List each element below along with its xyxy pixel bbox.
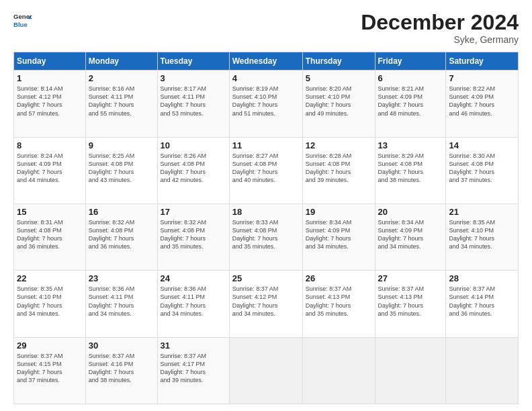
day-number: 26 xyxy=(306,273,372,283)
day-info: Sunrise: 8:36 AMSunset: 4:11 PMDaylight:… xyxy=(89,285,135,316)
day-header-saturday: Saturday xyxy=(446,52,519,71)
day-info: Sunrise: 8:14 AMSunset: 4:12 PMDaylight:… xyxy=(17,85,63,116)
logo-icon: General Blue xyxy=(13,11,32,30)
day-cell-15: 15Sunrise: 8:31 AMSunset: 4:08 PMDayligh… xyxy=(14,203,86,270)
empty-cell xyxy=(229,337,302,404)
day-cell-26: 26Sunrise: 8:37 AMSunset: 4:13 PMDayligh… xyxy=(302,271,375,337)
day-info: Sunrise: 8:29 AMSunset: 4:08 PMDaylight:… xyxy=(378,152,425,183)
day-cell-19: 19Sunrise: 8:34 AMSunset: 4:09 PMDayligh… xyxy=(302,203,375,270)
day-info: Sunrise: 8:20 AMSunset: 4:10 PMDaylight:… xyxy=(306,85,352,116)
day-number: 2 xyxy=(89,73,154,83)
day-header-wednesday: Wednesday xyxy=(229,52,302,71)
day-cell-25: 25Sunrise: 8:37 AMSunset: 4:12 PMDayligh… xyxy=(229,271,302,337)
day-info: Sunrise: 8:36 AMSunset: 4:11 PMDaylight:… xyxy=(161,285,207,316)
day-number: 31 xyxy=(161,340,226,351)
day-cell-7: 7Sunrise: 8:22 AMSunset: 4:09 PMDaylight… xyxy=(446,71,519,137)
calendar-page: General Blue December 2024 Syke, Germany… xyxy=(0,0,532,411)
day-info: Sunrise: 8:22 AMSunset: 4:09 PMDaylight:… xyxy=(449,85,495,116)
day-cell-28: 28Sunrise: 8:37 AMSunset: 4:14 PMDayligh… xyxy=(446,271,519,337)
day-info: Sunrise: 8:24 AMSunset: 4:09 PMDaylight:… xyxy=(17,152,63,183)
day-cell-8: 8Sunrise: 8:24 AMSunset: 4:09 PMDaylight… xyxy=(14,137,86,203)
empty-cell xyxy=(302,337,375,404)
day-info: Sunrise: 8:37 AMSunset: 4:14 PMDaylight:… xyxy=(449,285,495,316)
empty-cell xyxy=(375,337,446,404)
day-cell-4: 4Sunrise: 8:19 AMSunset: 4:10 PMDaylight… xyxy=(229,71,302,137)
day-info: Sunrise: 8:35 AMSunset: 4:10 PMDaylight:… xyxy=(17,285,63,316)
day-number: 25 xyxy=(232,273,300,283)
day-info: Sunrise: 8:35 AMSunset: 4:10 PMDaylight:… xyxy=(449,219,495,250)
day-info: Sunrise: 8:21 AMSunset: 4:09 PMDaylight:… xyxy=(378,85,425,116)
calendar-week-5: 29Sunrise: 8:37 AMSunset: 4:15 PMDayligh… xyxy=(14,337,519,404)
day-info: Sunrise: 8:37 AMSunset: 4:16 PMDaylight:… xyxy=(89,353,135,383)
day-number: 16 xyxy=(89,207,154,217)
day-info: Sunrise: 8:34 AMSunset: 4:09 PMDaylight:… xyxy=(378,219,425,250)
day-info: Sunrise: 8:37 AMSunset: 4:17 PMDaylight:… xyxy=(161,353,207,383)
day-info: Sunrise: 8:28 AMSunset: 4:08 PMDaylight:… xyxy=(306,152,352,183)
svg-text:Blue: Blue xyxy=(13,21,28,28)
day-cell-5: 5Sunrise: 8:20 AMSunset: 4:10 PMDaylight… xyxy=(302,71,375,137)
day-info: Sunrise: 8:16 AMSunset: 4:11 PMDaylight:… xyxy=(89,85,135,116)
day-number: 4 xyxy=(232,73,300,83)
day-cell-12: 12Sunrise: 8:28 AMSunset: 4:08 PMDayligh… xyxy=(302,137,375,203)
day-cell-16: 16Sunrise: 8:32 AMSunset: 4:08 PMDayligh… xyxy=(85,203,157,270)
day-header-friday: Friday xyxy=(375,52,446,71)
day-cell-10: 10Sunrise: 8:26 AMSunset: 4:08 PMDayligh… xyxy=(157,137,229,203)
day-cell-30: 30Sunrise: 8:37 AMSunset: 4:16 PMDayligh… xyxy=(85,337,157,404)
day-number: 17 xyxy=(161,207,226,217)
day-info: Sunrise: 8:31 AMSunset: 4:08 PMDaylight:… xyxy=(17,219,63,250)
day-info: Sunrise: 8:33 AMSunset: 4:08 PMDaylight:… xyxy=(232,219,279,250)
title-block: December 2024 Syke, Germany xyxy=(361,11,519,45)
day-cell-17: 17Sunrise: 8:32 AMSunset: 4:08 PMDayligh… xyxy=(157,203,229,270)
day-number: 11 xyxy=(232,140,300,150)
day-header-monday: Monday xyxy=(85,52,157,71)
day-info: Sunrise: 8:27 AMSunset: 4:08 PMDaylight:… xyxy=(232,152,279,183)
day-cell-9: 9Sunrise: 8:25 AMSunset: 4:08 PMDaylight… xyxy=(85,137,157,203)
day-info: Sunrise: 8:25 AMSunset: 4:08 PMDaylight:… xyxy=(89,152,135,183)
day-info: Sunrise: 8:17 AMSunset: 4:11 PMDaylight:… xyxy=(161,85,207,116)
day-number: 6 xyxy=(378,73,443,83)
day-number: 5 xyxy=(306,73,372,83)
day-number: 28 xyxy=(449,273,515,283)
day-header-sunday: Sunday xyxy=(14,52,86,71)
day-info: Sunrise: 8:37 AMSunset: 4:13 PMDaylight:… xyxy=(378,285,425,316)
day-info: Sunrise: 8:32 AMSunset: 4:08 PMDaylight:… xyxy=(161,219,207,250)
day-number: 12 xyxy=(306,140,372,150)
day-number: 13 xyxy=(378,140,443,150)
day-cell-31: 31Sunrise: 8:37 AMSunset: 4:17 PMDayligh… xyxy=(157,337,229,404)
day-info: Sunrise: 8:37 AMSunset: 4:15 PMDaylight:… xyxy=(17,353,63,383)
day-number: 3 xyxy=(161,73,226,83)
day-cell-14: 14Sunrise: 8:30 AMSunset: 4:08 PMDayligh… xyxy=(446,137,519,203)
day-cell-24: 24Sunrise: 8:36 AMSunset: 4:11 PMDayligh… xyxy=(157,271,229,337)
day-cell-27: 27Sunrise: 8:37 AMSunset: 4:13 PMDayligh… xyxy=(375,271,446,337)
day-number: 22 xyxy=(17,273,83,283)
day-cell-6: 6Sunrise: 8:21 AMSunset: 4:09 PMDaylight… xyxy=(375,71,446,137)
day-number: 21 xyxy=(449,207,515,217)
day-number: 30 xyxy=(89,340,154,351)
day-cell-23: 23Sunrise: 8:36 AMSunset: 4:11 PMDayligh… xyxy=(85,271,157,337)
day-number: 10 xyxy=(161,140,226,150)
day-header-thursday: Thursday xyxy=(302,52,375,71)
day-cell-20: 20Sunrise: 8:34 AMSunset: 4:09 PMDayligh… xyxy=(375,203,446,270)
day-cell-13: 13Sunrise: 8:29 AMSunset: 4:08 PMDayligh… xyxy=(375,137,446,203)
day-info: Sunrise: 8:26 AMSunset: 4:08 PMDaylight:… xyxy=(161,152,207,183)
logo: General Blue xyxy=(13,11,32,30)
day-cell-29: 29Sunrise: 8:37 AMSunset: 4:15 PMDayligh… xyxy=(14,337,86,404)
calendar-week-1: 1Sunrise: 8:14 AMSunset: 4:12 PMDaylight… xyxy=(14,71,519,137)
day-number: 9 xyxy=(89,140,154,150)
day-info: Sunrise: 8:37 AMSunset: 4:13 PMDaylight:… xyxy=(306,285,352,316)
day-number: 27 xyxy=(378,273,443,283)
day-number: 24 xyxy=(161,273,226,283)
day-number: 18 xyxy=(232,207,300,217)
month-title: December 2024 xyxy=(361,11,519,34)
day-info: Sunrise: 8:30 AMSunset: 4:08 PMDaylight:… xyxy=(449,152,495,183)
day-number: 20 xyxy=(378,207,443,217)
calendar-week-3: 15Sunrise: 8:31 AMSunset: 4:08 PMDayligh… xyxy=(14,203,519,270)
empty-cell xyxy=(446,337,519,404)
header: General Blue December 2024 Syke, Germany xyxy=(13,11,519,45)
day-cell-3: 3Sunrise: 8:17 AMSunset: 4:11 PMDaylight… xyxy=(157,71,229,137)
day-number: 23 xyxy=(89,273,154,283)
day-number: 1 xyxy=(17,73,83,83)
day-number: 19 xyxy=(306,207,372,217)
day-info: Sunrise: 8:37 AMSunset: 4:12 PMDaylight:… xyxy=(232,285,279,316)
day-number: 15 xyxy=(17,207,83,217)
